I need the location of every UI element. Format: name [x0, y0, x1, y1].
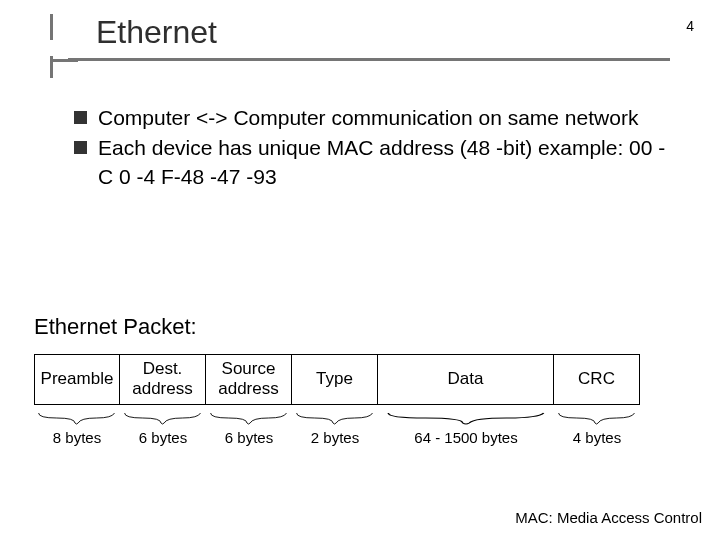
slide-title: Ethernet	[50, 14, 670, 55]
brace-icon	[123, 411, 202, 425]
brace-icon	[295, 411, 374, 425]
packet-field-type: Type	[292, 354, 378, 405]
packet-field-data: Data	[378, 354, 554, 405]
packet-diagram: Preamble Dest. address Source address Ty…	[34, 354, 694, 446]
packet-field-source-address: Source address	[206, 354, 292, 405]
bullet-text: Computer <-> Computer communication on s…	[98, 106, 638, 129]
brace-icon	[209, 411, 288, 425]
brace-icon	[37, 411, 116, 425]
packet-field-dest-address: Dest. address	[120, 354, 206, 405]
square-bullet-icon	[74, 111, 87, 124]
section-label: Ethernet Packet:	[34, 314, 197, 340]
packet-fields-row: Preamble Dest. address Source address Ty…	[34, 354, 694, 405]
title-rule-short	[50, 59, 78, 62]
packet-size: 6 bytes	[206, 409, 292, 446]
packet-size: 8 bytes	[34, 409, 120, 446]
bullet-item: Each device has unique MAC address (48 -…	[74, 134, 680, 191]
square-bullet-icon	[74, 141, 87, 154]
packet-size: 2 bytes	[292, 409, 378, 446]
packet-size-label: 6 bytes	[139, 429, 187, 446]
packet-sizes-row: 8 bytes 6 bytes 6 bytes 2 bytes 64 - 150…	[34, 409, 694, 446]
packet-size: 64 - 1500 bytes	[378, 409, 554, 446]
footer-note: MAC: Media Access Control	[515, 509, 702, 526]
packet-size-label: 2 bytes	[311, 429, 359, 446]
brace-icon	[557, 411, 636, 425]
packet-size: 6 bytes	[120, 409, 206, 446]
packet-size-label: 64 - 1500 bytes	[414, 429, 517, 446]
bullet-list: Computer <-> Computer communication on s…	[74, 104, 680, 193]
bullet-item: Computer <-> Computer communication on s…	[74, 104, 680, 132]
packet-size-label: 8 bytes	[53, 429, 101, 446]
packet-field-preamble: Preamble	[34, 354, 120, 405]
packet-size-label: 4 bytes	[573, 429, 621, 446]
packet-field-crc: CRC	[554, 354, 640, 405]
packet-size: 4 bytes	[554, 409, 640, 446]
title-area: Ethernet	[50, 14, 670, 61]
packet-size-label: 6 bytes	[225, 429, 273, 446]
title-rule-horizontal	[68, 58, 670, 61]
page-number: 4	[686, 18, 694, 34]
bullet-text: Each device has unique MAC address (48 -…	[98, 136, 665, 187]
brace-icon	[385, 411, 547, 425]
